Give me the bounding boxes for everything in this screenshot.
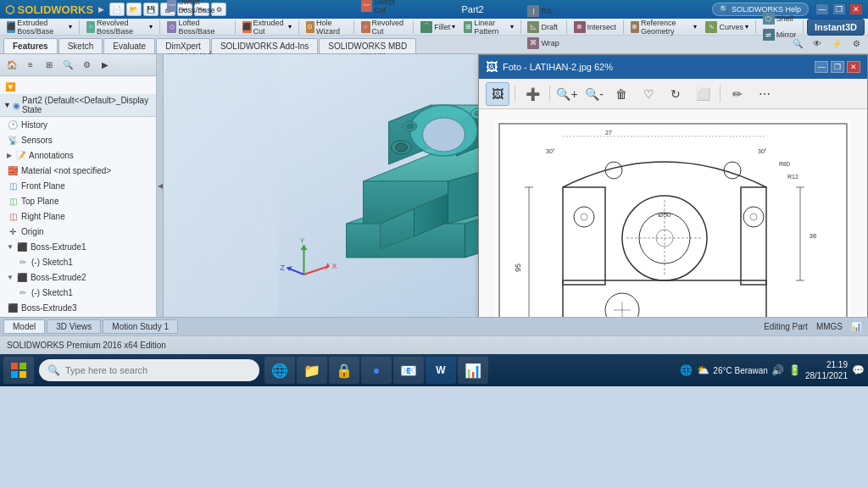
shell-button[interactable]: ⬡ Shell [760, 11, 800, 26]
wrap-icon: ⌘ [527, 37, 539, 49]
tab-sketch[interactable]: Sketch [58, 38, 103, 53]
tab-mbd[interactable]: SOLIDWORKS MBD [319, 38, 416, 53]
instant3d-button[interactable]: Instant3D [807, 19, 865, 36]
separator [755, 20, 756, 34]
taskbar-word[interactable]: W [426, 357, 456, 384]
photo-zoom-out-btn[interactable]: 🔍- [582, 82, 606, 106]
panel-search-btn[interactable]: 🔍 [59, 57, 76, 74]
settings-btn[interactable]: ⚙ [848, 35, 865, 52]
ft-boss-extrude4[interactable]: ▼ ⬛ Boss-Extrude4 [0, 315, 156, 317]
fillet-button[interactable]: ⌒ Fillet ▾ [417, 19, 459, 35]
tab-evaluate[interactable]: Evaluate [103, 38, 155, 53]
ft-annotations[interactable]: ▶ 📝 Annotations [0, 147, 156, 163]
intersect-button[interactable]: ⊗ Intersect [570, 19, 620, 35]
taskbar-excel[interactable]: 📊 [458, 357, 488, 384]
taskbar-explorer[interactable]: 📁 [297, 357, 327, 384]
curves-button[interactable]: ∿ Curves ▾ [702, 19, 752, 35]
search-btn[interactable]: 🔍 [789, 35, 806, 52]
tab-dimxpert[interactable]: DimXpert [156, 38, 210, 53]
photo-window-controls: — ❐ ✕ [815, 61, 860, 73]
wrap-button[interactable]: ⌘ Wrap [524, 36, 562, 51]
title-bar: ⬡ SOLIDWORKS ▶ 📄 📂 💾 🖨 ↩ ↪ ⚙ Part2 🔍SOLI… [0, 0, 868, 19]
photo-close-btn[interactable]: ✕ [847, 61, 860, 73]
linear-pattern-button[interactable]: ⊞ Linear Pattern ▾ [460, 17, 516, 37]
taskbar-chrome[interactable]: ● [361, 357, 392, 384]
swept-cut-button[interactable]: 〰 Swept Cut [358, 0, 410, 16]
revolved-cut-button[interactable]: ○ Revolved Cut [358, 17, 410, 37]
open-button[interactable]: 📂 [126, 3, 142, 16]
tab-model[interactable]: Model [3, 319, 45, 334]
taskbar-edge[interactable]: 🌐 [264, 357, 295, 384]
panel-list-btn[interactable]: ≡ [22, 57, 39, 74]
ft-boss-extrude1[interactable]: ▼ ⬛ Boss-Extrude1 [0, 239, 156, 254]
tab-features[interactable]: Features [3, 38, 58, 53]
taskbar-battery-icon[interactable]: 🔋 [788, 363, 802, 377]
ft-sensors[interactable]: 📡 Sensors [0, 132, 156, 147]
hole-wizard-button[interactable]: ⊙ Hole Wizard [303, 17, 350, 37]
swept-boss-button[interactable]: 〰 Swept Boss/Base [164, 0, 231, 16]
ft-material[interactable]: 🧱 Material <not specified> [0, 163, 156, 178]
ft-right-plane[interactable]: ◫ Right Plane [0, 208, 156, 224]
tab-addins[interactable]: SOLIDWORKS Add-Ins [211, 38, 318, 53]
rib-button[interactable]: | Rib [524, 3, 562, 19]
annotations-expand: ▶ [7, 152, 12, 159]
photo-heart-btn[interactable]: ♡ [637, 82, 660, 106]
save-button[interactable]: 💾 [143, 3, 159, 16]
ft-origin[interactable]: ✛ Origin [0, 224, 156, 239]
photo-edit-btn[interactable]: ✏ [726, 82, 749, 106]
ft-sketch1-b[interactable]: ✏ (-) Sketch1 [0, 285, 156, 300]
photo-image-btn[interactable]: 🖼 [486, 82, 509, 106]
photo-add-btn[interactable]: ➕ [520, 82, 544, 106]
intersect-icon: ⊗ [574, 21, 586, 33]
3d-viewport[interactable]: X Y Z *Isometric 🖼 Foto - LATIHAN-2.jpg … [164, 54, 868, 317]
extrude-boss-button[interactable]: ⬛ Extruded Boss/Base ▾ [3, 17, 75, 37]
new-button[interactable]: 📄 [109, 3, 125, 16]
photo-delete-btn[interactable]: 🗑 [609, 82, 633, 106]
minimize-button[interactable]: — [815, 3, 829, 15]
tab-3d-views[interactable]: 3D Views [47, 319, 101, 334]
photo-crop-btn[interactable]: ⬜ [691, 82, 715, 106]
ft-sketch1b-label: (-) Sketch1 [31, 288, 73, 297]
revolved-boss-icon: ○ [86, 21, 95, 33]
draft-button[interactable]: ◺ Draft [524, 19, 562, 35]
taskbar-search[interactable]: 🔍 [39, 359, 259, 381]
tab-motion-study[interactable]: Motion Study 1 [103, 319, 178, 334]
windows-start-button[interactable] [3, 357, 34, 384]
panel-grid-btn[interactable]: ⊞ [41, 57, 58, 74]
ft-history[interactable]: 🕐 History [0, 117, 156, 132]
taskbar-lock[interactable]: 🔒 [329, 357, 359, 384]
lofted-boss-button[interactable]: ◇ Lofted Boss/Base [164, 17, 231, 37]
reference-geometry-button[interactable]: ⊕ Reference Geometry ▾ [627, 17, 701, 37]
photo-title-bar: 🖼 Foto - LATIHAN-2.jpg 62% — ❐ ✕ [479, 55, 867, 79]
ft-top-plane[interactable]: ◫ Top Plane [0, 193, 156, 208]
taskbar-mail[interactable]: 📧 [393, 357, 424, 384]
search-input[interactable] [65, 365, 251, 375]
photo-content: 185 95 75 36 [479, 109, 867, 317]
panel-home-btn[interactable]: 🏠 [3, 57, 20, 74]
photo-rotate-btn[interactable]: ↻ [664, 82, 687, 106]
photo-more-btn[interactable]: ⋯ [753, 82, 776, 106]
photo-minimize-btn[interactable]: — [815, 61, 828, 73]
restore-button[interactable]: ❐ [832, 3, 846, 15]
panel-expand-btn[interactable]: ▶ [97, 57, 114, 74]
rib-icon: | [527, 5, 539, 17]
ft-boss-extrude3[interactable]: ⬛ Boss-Extrude3 [0, 300, 156, 315]
filter-btn[interactable]: ⚡ [828, 35, 845, 52]
photo-restore-btn[interactable]: ❐ [831, 61, 844, 73]
ft-front-plane-label: Front Plane [21, 181, 65, 191]
ft-sketch1-a[interactable]: ✏ (-) Sketch1 [0, 254, 156, 269]
taskbar-notifications-icon[interactable]: 💬 [851, 363, 865, 377]
view-btn[interactable]: 👁 [809, 35, 826, 52]
taskbar-network-icon[interactable]: 🌐 [679, 363, 693, 377]
ft-front-plane[interactable]: ◫ Front Plane [0, 178, 156, 193]
revolved-boss-button[interactable]: ○ Revolved Boss/Base ▾ [83, 17, 156, 37]
taskbar-volume-icon[interactable]: 🔊 [771, 363, 785, 377]
ft-boss-extrude2[interactable]: ▼ ⬛ Boss-Extrude2 [0, 269, 156, 285]
panel-collapse-handle[interactable]: ◀ [157, 54, 164, 317]
panel-settings-btn[interactable]: ⚙ [78, 57, 95, 74]
part-header[interactable]: ▼ ◉ Part2 (Default<<Default>_Display Sta… [0, 94, 156, 117]
status-right: Editing Part MMGS 📊 [764, 322, 865, 331]
photo-zoom-in-btn[interactable]: 🔍+ [555, 82, 579, 106]
extruded-cut-button[interactable]: ⬛ Extruded Cut ▾ [239, 17, 295, 37]
close-button[interactable]: ✕ [849, 3, 863, 15]
